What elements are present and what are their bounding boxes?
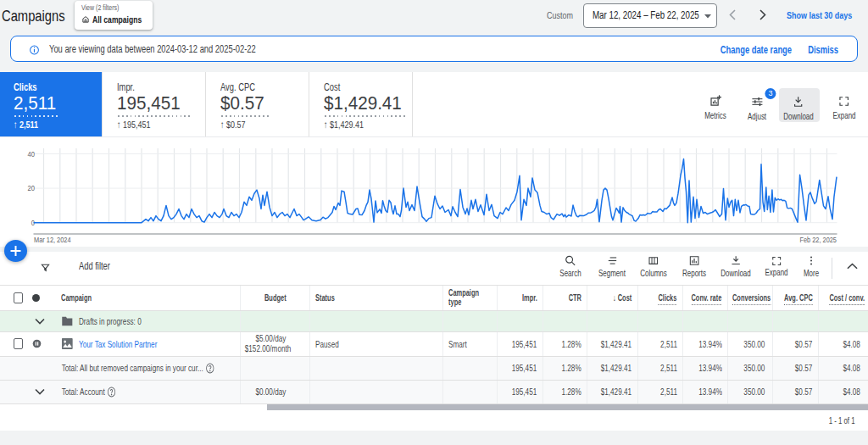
- svg-text:Mar 12, 2024: Mar 12, 2024: [34, 236, 71, 245]
- svg-text:40: 40: [28, 149, 36, 159]
- svg-text:20: 20: [28, 183, 36, 192]
- svg-text:Feb 22, 2025: Feb 22, 2025: [799, 236, 837, 245]
